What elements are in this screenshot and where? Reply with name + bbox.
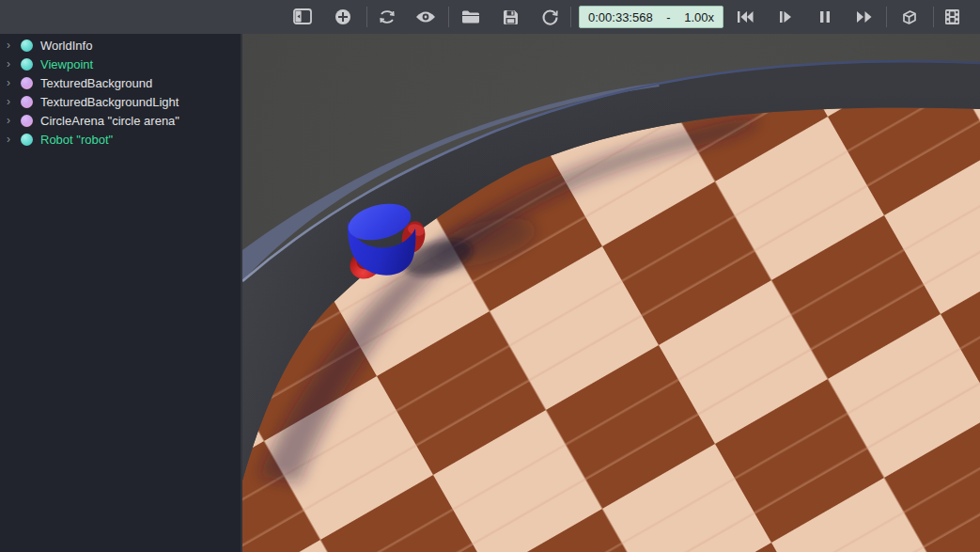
pause-icon (818, 9, 832, 24)
fast-forward-button[interactable] (851, 4, 878, 30)
reset-simulation-button[interactable] (732, 4, 758, 30)
expand-chevron-icon[interactable]: › (7, 36, 21, 55)
add-node-button[interactable] (330, 4, 356, 30)
expand-chevron-icon[interactable]: › (7, 92, 21, 111)
simulation-speed: 1.00x (684, 10, 714, 24)
tree-row-circlearena[interactable]: › CircleArena "circle arena" (0, 111, 241, 130)
step-icon (778, 9, 793, 24)
cube-icon (900, 8, 918, 26)
tree-node-label: TexturedBackground (40, 76, 152, 90)
webots-window: { "toolbar": { "buttons": [ {"id":"toggl… (0, 0, 980, 552)
node-icon (21, 115, 33, 127)
skip-to-start-icon (737, 9, 754, 24)
floppy-icon (503, 9, 519, 25)
toolbar-separator (448, 7, 449, 27)
tree-node-label: TexturedBackgroundLight (40, 95, 179, 109)
restore-viewpoint-button[interactable] (374, 4, 400, 30)
toolbar-separator (570, 7, 571, 27)
toolbar-separator (933, 7, 934, 27)
simulation-time: 0:00:33:568 (588, 10, 653, 24)
node-icon (21, 58, 33, 71)
movie-record-button[interactable] (939, 4, 965, 30)
tree-node-label: WorldInfo (40, 39, 92, 53)
show-hide-button[interactable] (412, 4, 439, 30)
time-speed-separator: - (666, 10, 670, 24)
toggle-scene-tree-button[interactable] (289, 4, 316, 30)
reload-icon (541, 8, 559, 26)
tree-node-label: Viewpoint (40, 57, 93, 71)
toolbar-separator (886, 7, 887, 27)
plus-circle-icon (334, 8, 351, 25)
node-icon (21, 96, 33, 108)
viewpoint-reset-icon (378, 8, 397, 26)
sidebar-toggle-icon (293, 8, 312, 25)
eye-icon (415, 9, 436, 24)
film-icon (944, 8, 960, 25)
node-icon (21, 39, 33, 52)
rendering-toggle-button[interactable] (895, 4, 922, 30)
expand-chevron-icon[interactable]: › (7, 130, 21, 149)
expand-chevron-icon[interactable]: › (7, 55, 21, 73)
save-world-button[interactable] (497, 4, 523, 30)
reload-world-button[interactable] (537, 4, 563, 30)
tree-node-label: Robot "robot" (40, 133, 113, 147)
step-button[interactable] (772, 4, 799, 30)
tree-node-label: CircleArena "circle arena" (40, 114, 179, 128)
pause-button[interactable] (812, 4, 838, 30)
simulation-time-display: 0:00:33:568 - 1.00x (579, 6, 723, 28)
tree-row-robot[interactable]: › Robot "robot" (0, 130, 241, 149)
main-toolbar: 0:00:33:568 - 1.00x (0, 0, 980, 35)
tree-row-worldinfo[interactable]: › WorldInfo (0, 36, 241, 55)
toolbar-separator (366, 7, 367, 27)
node-icon (21, 134, 33, 146)
folder-icon (461, 9, 480, 24)
expand-chevron-icon[interactable]: › (7, 73, 21, 92)
3d-viewport[interactable] (242, 34, 980, 552)
open-world-button[interactable] (458, 4, 484, 30)
tree-row-viewpoint[interactable]: › Viewpoint (0, 55, 241, 73)
scene-tree-panel: › WorldInfo › Viewpoint › TexturedBackgr… (0, 34, 242, 552)
fast-forward-icon (856, 9, 873, 24)
expand-chevron-icon[interactable]: › (7, 111, 21, 130)
tree-row-texturedbackgroundlight[interactable]: › TexturedBackgroundLight (0, 92, 241, 111)
tree-row-texturedbackground[interactable]: › TexturedBackground (0, 73, 241, 92)
node-icon (21, 77, 33, 89)
3d-scene (242, 34, 980, 552)
